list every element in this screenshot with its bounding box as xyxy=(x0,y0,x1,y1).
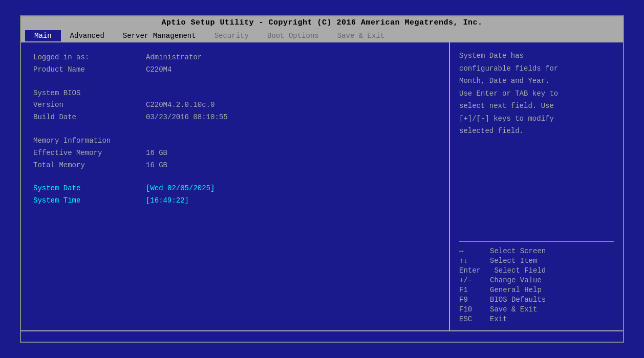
nav-bar: Main Advanced Server Management Security… xyxy=(21,29,623,42)
total-memory-value: 16 GB xyxy=(146,160,167,172)
nav-item-security[interactable]: Security xyxy=(205,30,258,41)
effective-memory-row: Effective Memory 16 GB xyxy=(33,147,437,160)
key-row-select-field: Enter Select Field xyxy=(459,266,614,275)
content-area: Logged in as: Administrator Product Name… xyxy=(21,42,623,330)
datetime-section: System Date [Wed 02/05/2025] System Time… xyxy=(33,183,437,207)
nav-item-main[interactable]: Main xyxy=(25,30,61,41)
build-date-label: Build Date xyxy=(33,111,146,124)
title-bar: Aptio Setup Utility - Copyright (C) 2016… xyxy=(21,16,623,29)
key-desc-select-screen: Select Screen xyxy=(490,247,546,255)
bios-window: Aptio Setup Utility - Copyright (C) 2016… xyxy=(20,15,624,343)
system-date-value: [Wed 02/05/2025] xyxy=(146,183,214,195)
memory-info-label: Memory Information xyxy=(33,135,146,147)
key-code-arrows: ↔ xyxy=(459,247,490,255)
system-date-label: System Date xyxy=(33,183,146,195)
left-panel: Logged in as: Administrator Product Name… xyxy=(21,42,449,330)
right-panel: System Date has configurable fields for … xyxy=(449,42,623,330)
key-help: ↔ Select Screen ↑↓ Select Item Enter Sel… xyxy=(459,247,614,323)
login-section: Logged in as: Administrator Product Name… xyxy=(33,52,437,76)
version-value: C220M4.2.0.10c.0 xyxy=(146,99,214,111)
key-desc-select-field: Select Field xyxy=(490,266,546,275)
system-bios-row: System BIOS xyxy=(33,87,437,100)
product-name-row: Product Name C220M4 xyxy=(33,64,437,76)
bottom-strip xyxy=(21,330,623,342)
system-time-row: System Time [16:49:22] xyxy=(33,195,437,207)
right-divider xyxy=(459,241,614,242)
bios-section: System BIOS Version C220M4.2.0.10c.0 Bui… xyxy=(33,87,437,124)
key-code-esc: ESC xyxy=(459,315,490,323)
memory-info-row: Memory Information xyxy=(33,135,437,147)
key-row-change-value: +/- Change Value xyxy=(459,276,614,284)
key-code-enter: Enter xyxy=(459,266,490,275)
total-memory-label: Total Memory xyxy=(33,160,146,172)
build-date-row: Build Date 03/23/2016 08:10:55 xyxy=(33,111,437,124)
system-time-label: System Time xyxy=(33,195,146,207)
key-row-f10: F10 Save & Exit xyxy=(459,305,614,314)
key-row-f9: F9 BIOS Defaults xyxy=(459,296,614,304)
key-row-f1: F1 General Help xyxy=(459,286,614,294)
logged-in-row: Logged in as: Administrator xyxy=(33,52,437,64)
key-desc-select-item: Select Item xyxy=(490,257,537,265)
nav-item-advanced[interactable]: Advanced xyxy=(61,30,114,41)
nav-item-server-management[interactable]: Server Management xyxy=(114,30,205,41)
version-label: Version xyxy=(33,99,146,111)
logged-in-value: Administrator xyxy=(146,52,202,64)
title-text: Aptio Setup Utility - Copyright (C) 2016… xyxy=(161,18,482,27)
key-row-esc: ESC Exit xyxy=(459,315,614,323)
system-bios-label: System BIOS xyxy=(33,87,146,100)
effective-memory-value: 16 GB xyxy=(146,147,167,160)
system-date-row: System Date [Wed 02/05/2025] xyxy=(33,183,437,195)
key-code-f9: F9 xyxy=(459,296,490,304)
logged-in-label: Logged in as: xyxy=(33,52,146,64)
total-memory-row: Total Memory 16 GB xyxy=(33,160,437,172)
key-desc-f9: BIOS Defaults xyxy=(490,296,546,304)
effective-memory-label: Effective Memory xyxy=(33,147,146,160)
key-desc-f1: General Help xyxy=(490,286,542,294)
key-row-select-item: ↑↓ Select Item xyxy=(459,257,614,265)
key-code-plusminus: +/- xyxy=(459,276,490,284)
key-code-updown: ↑↓ xyxy=(459,257,490,265)
key-desc-change-value: Change Value xyxy=(490,276,542,284)
key-desc-f10: Save & Exit xyxy=(490,305,537,314)
system-time-value: [16:49:22] xyxy=(146,195,189,207)
nav-item-boot-options[interactable]: Boot Options xyxy=(258,30,328,41)
key-code-f1: F1 xyxy=(459,286,490,294)
memory-section: Memory Information Effective Memory 16 G… xyxy=(33,135,437,171)
key-row-select-screen: ↔ Select Screen xyxy=(459,247,614,255)
help-text: System Date has configurable fields for … xyxy=(459,50,614,236)
build-date-value: 03/23/2016 08:10:55 xyxy=(146,111,228,124)
product-name-value: C220M4 xyxy=(146,64,171,76)
key-desc-esc: Exit xyxy=(490,315,507,323)
product-name-label: Product Name xyxy=(33,64,146,76)
nav-item-save-exit[interactable]: Save & Exit xyxy=(328,30,394,41)
key-code-f10: F10 xyxy=(459,305,490,314)
version-row: Version C220M4.2.0.10c.0 xyxy=(33,99,437,111)
